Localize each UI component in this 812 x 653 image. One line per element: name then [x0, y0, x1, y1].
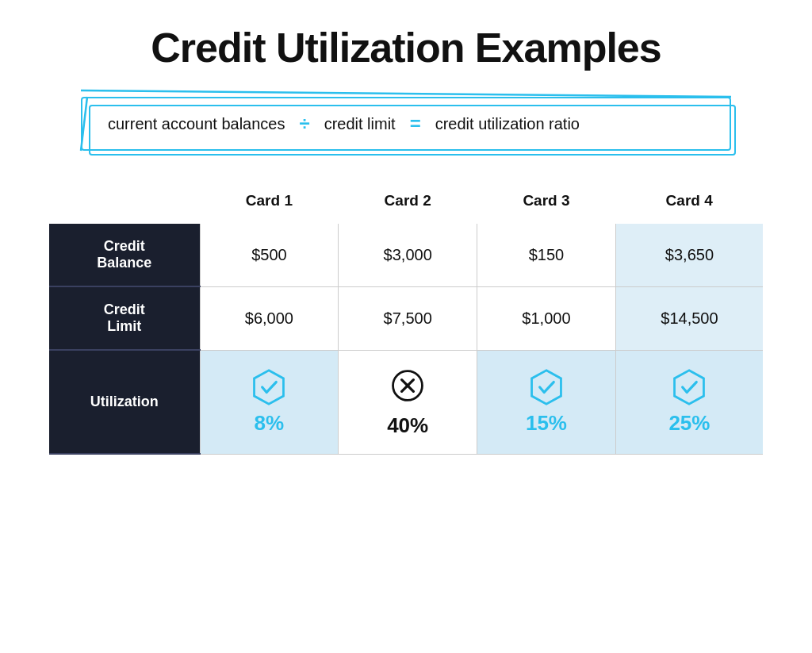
- cell-limit-card2: $7,500: [339, 286, 477, 350]
- formula-part2: credit limit: [324, 115, 396, 133]
- util-percent-card2: 40%: [348, 413, 467, 438]
- check-icon-card4: [670, 368, 708, 406]
- table-row-credit-balance: CreditBalance $500 $3,000 $150 $3,650: [49, 224, 763, 286]
- header-card2: Card 2: [339, 186, 477, 224]
- header-card3: Card 3: [477, 186, 616, 224]
- util-percent-card3: 15%: [487, 411, 606, 436]
- row-label-credit-balance: CreditBalance: [49, 224, 200, 286]
- page-container: Credit Utilization Examples current acco…: [32, 24, 780, 455]
- header-card1: Card 1: [200, 186, 339, 224]
- table-row-utilization: Utilization 8%: [49, 350, 763, 454]
- formula-wrapper: current account balances ÷ credit limit …: [81, 97, 731, 151]
- credit-table: Card 1 Card 2 Card 3 Card 4 CreditBalanc…: [49, 186, 763, 455]
- formula-operator2: =: [410, 113, 421, 135]
- cell-balance-card3: $150: [477, 224, 616, 286]
- cell-balance-card2: $3,000: [339, 224, 477, 286]
- svg-line-0: [81, 90, 731, 97]
- cell-balance-card1: $500: [200, 224, 339, 286]
- svg-marker-6: [531, 371, 561, 404]
- x-icon-card2: [389, 367, 427, 409]
- cell-util-card3: 15%: [477, 350, 616, 454]
- formula-part3: credit utilization ratio: [435, 115, 580, 133]
- cell-util-card1: 8%: [200, 350, 339, 454]
- formula-box: current account balances ÷ credit limit …: [81, 97, 731, 151]
- util-percent-card4: 25%: [626, 411, 753, 436]
- table-header-row: Card 1 Card 2 Card 3 Card 4: [49, 186, 763, 224]
- cell-limit-card4: $14,500: [615, 286, 763, 350]
- header-card4: Card 4: [615, 186, 763, 224]
- cell-util-card4: 25%: [615, 350, 763, 454]
- formula-operator1: ÷: [299, 113, 309, 135]
- cell-limit-card3: $1,000: [477, 286, 616, 350]
- check-icon-card1: [250, 368, 288, 406]
- row-label-utilization: Utilization: [49, 350, 200, 454]
- header-empty: [49, 186, 200, 224]
- formula-part1: current account balances: [108, 115, 285, 133]
- util-percent-card1: 8%: [210, 411, 329, 436]
- cell-limit-card1: $6,000: [200, 286, 339, 350]
- table-container: Card 1 Card 2 Card 3 Card 4 CreditBalanc…: [49, 186, 763, 455]
- row-label-credit-limit: CreditLimit: [49, 286, 200, 350]
- table-row-credit-limit: CreditLimit $6,000 $7,500 $1,000 $14,500: [49, 286, 763, 350]
- cell-balance-card4: $3,650: [615, 224, 763, 286]
- check-icon-card3: [527, 368, 565, 406]
- cell-util-card2: 40%: [339, 350, 477, 454]
- svg-marker-2: [255, 371, 284, 404]
- page-title: Credit Utilization Examples: [32, 24, 780, 71]
- svg-marker-7: [675, 371, 704, 404]
